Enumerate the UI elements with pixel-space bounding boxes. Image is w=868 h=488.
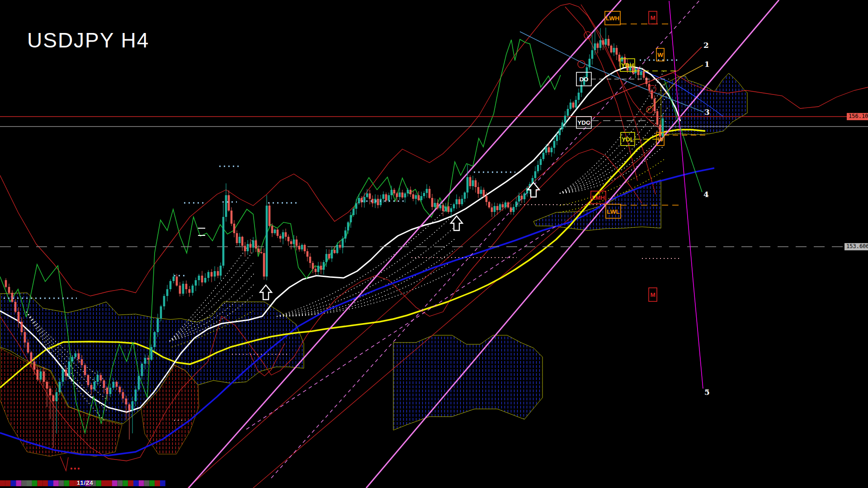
- candle-body: [594, 43, 596, 50]
- candle-body: [328, 254, 330, 258]
- candle-body: [621, 57, 623, 61]
- candles-series: [5, 28, 664, 448]
- strip-block: [16, 480, 21, 486]
- candle-body: [315, 269, 317, 272]
- candle-body: [222, 217, 225, 266]
- strip-block: [118, 480, 123, 486]
- strip-block: [160, 480, 165, 486]
- candle-body: [141, 364, 143, 376]
- candle-body: [393, 190, 396, 193]
- candle-body: [33, 361, 36, 370]
- candle-body: [52, 395, 55, 401]
- candle-body: [170, 281, 172, 289]
- candle-body: [255, 240, 257, 249]
- candle-body: [450, 208, 453, 212]
- candle-body: [225, 195, 227, 217]
- strip-block: [59, 480, 64, 486]
- candle-body: [654, 99, 656, 111]
- candle-body: [236, 233, 238, 243]
- label-box-text: W: [657, 136, 663, 143]
- candle-body: [179, 286, 181, 294]
- candle-body: [396, 193, 398, 197]
- candle-body: [559, 129, 561, 135]
- label-box-text: YDC: [577, 119, 590, 126]
- trading-chart-window: 21345LWHMWYDHDOYDCYDLWLMHLWLM USDJPY H4 …: [0, 0, 868, 488]
- candle-body: [597, 43, 599, 48]
- candle-body: [461, 199, 463, 204]
- candle-body: [518, 196, 520, 202]
- candle-body: [250, 244, 252, 248]
- candle-body: [434, 203, 436, 207]
- candle-body: [542, 153, 545, 159]
- candle-body: [68, 361, 71, 376]
- candle-body: [59, 382, 61, 392]
- candle-body: [182, 284, 184, 294]
- candle-body: [154, 332, 156, 347]
- candle-body: [247, 244, 249, 251]
- candle-body: [399, 192, 401, 197]
- candle-body: [363, 197, 366, 202]
- candle-body: [312, 263, 314, 269]
- strip-block: [107, 480, 112, 486]
- candle-body: [513, 207, 515, 212]
- candle-body: [521, 196, 523, 199]
- candle-body: [391, 190, 393, 195]
- candle-body: [561, 122, 564, 129]
- candle-body: [90, 385, 93, 389]
- candle-body: [439, 205, 442, 208]
- candle-body: [469, 177, 472, 186]
- candle-body: [263, 253, 265, 277]
- candle-body: [602, 40, 604, 45]
- candle-body: [8, 287, 10, 293]
- reference-price-tag: 153.606: [844, 243, 868, 250]
- candle-body: [472, 180, 474, 186]
- candle-body: [605, 39, 607, 45]
- candle-body: [220, 266, 222, 276]
- candle-body: [448, 206, 450, 212]
- candle-body: [166, 289, 169, 296]
- candle-body: [344, 230, 347, 239]
- candle-body: [151, 347, 153, 360]
- price-chart-canvas[interactable]: 21345LWHMWYDHDOYDCYDLWLMHLWLM: [0, 0, 868, 488]
- candle-body: [659, 125, 661, 136]
- candle-body: [43, 371, 45, 382]
- candle-body: [288, 237, 290, 241]
- strip-block: [101, 480, 107, 486]
- candle-body: [355, 203, 358, 209]
- candle-body: [382, 194, 385, 199]
- candle-body: [488, 202, 491, 207]
- candle-body: [331, 250, 333, 258]
- candle-body: [591, 50, 594, 59]
- candle-body: [106, 388, 108, 394]
- candle-body: [662, 118, 664, 136]
- violet-channel: [189, 0, 779, 488]
- candle-body: [423, 193, 425, 196]
- red-circle-marker: [646, 107, 653, 113]
- candle-body: [491, 207, 493, 212]
- candle-body: [87, 375, 90, 385]
- candle-body: [540, 159, 542, 165]
- candle-body: [157, 319, 159, 332]
- candle-body: [339, 245, 341, 248]
- red-circle-marker: [578, 61, 585, 68]
- candle-body: [84, 365, 86, 375]
- candle-body: [185, 284, 188, 289]
- candle-body: [502, 204, 504, 207]
- strip-block: [38, 480, 43, 486]
- candle-body: [608, 39, 610, 46]
- candle-body: [483, 190, 485, 196]
- ray-5: [669, 1, 703, 389]
- candle-body: [494, 206, 496, 212]
- label-box-text: YDH: [621, 62, 634, 69]
- wave-label-3: 3: [704, 108, 710, 117]
- candle-body: [309, 257, 311, 263]
- candle-body: [49, 389, 52, 395]
- candle-body: [239, 237, 241, 243]
- candle-body: [271, 226, 274, 233]
- candle-body: [100, 375, 102, 380]
- candle-body: [475, 180, 477, 187]
- candle-body: [228, 195, 230, 211]
- red-dot: [78, 468, 80, 469]
- strip-block: [139, 480, 144, 486]
- candle-body: [572, 103, 575, 108]
